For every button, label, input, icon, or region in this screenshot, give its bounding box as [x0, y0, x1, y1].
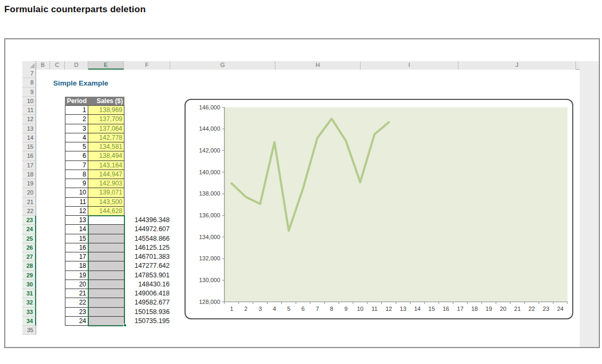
cleared-sales-cell[interactable] [88, 280, 124, 289]
row-header-14[interactable]: 14 [22, 133, 36, 142]
cleared-sales-cell[interactable] [88, 234, 124, 243]
period-cell[interactable]: 22 [65, 298, 88, 307]
column-header-G[interactable]: G [170, 61, 275, 70]
period-cell[interactable]: 5 [65, 142, 88, 151]
row-header-20[interactable]: 20 [22, 188, 36, 197]
cleared-sales-cell[interactable] [88, 308, 124, 317]
period-cell[interactable]: 9 [65, 179, 88, 188]
period-cell[interactable]: 10 [65, 188, 88, 197]
sales-cell[interactable]: 143,500 [88, 198, 124, 207]
row-header-17[interactable]: 17 [22, 161, 36, 170]
sales-cell[interactable]: 138,494 [88, 151, 124, 160]
column-header-J[interactable]: J [458, 61, 576, 70]
row-header-12[interactable]: 12 [22, 115, 36, 124]
sales-cell[interactable]: 134,581 [88, 142, 124, 151]
cleared-sales-cell[interactable] [88, 243, 124, 252]
section-title-cell[interactable]: Simple Example [53, 79, 108, 87]
table-header-sales[interactable]: Sales ($) [88, 97, 124, 106]
forecast-value[interactable]: 150158.936 [125, 308, 170, 317]
cleared-sales-cell[interactable] [88, 289, 124, 298]
column-header-C[interactable]: C [50, 61, 65, 70]
period-cell[interactable]: 16 [65, 243, 88, 252]
row-header-28[interactable]: 28 [22, 261, 36, 270]
period-cell[interactable]: 11 [65, 198, 88, 207]
row-header-33[interactable]: 33 [22, 308, 36, 317]
sales-cell[interactable]: 144,947 [88, 170, 124, 179]
select-all-corner[interactable] [22, 61, 36, 69]
sales-cell[interactable]: 137,709 [88, 115, 124, 124]
period-cell[interactable]: 15 [65, 234, 88, 243]
period-cell[interactable]: 23 [65, 308, 88, 317]
row-header-29[interactable]: 29 [22, 271, 36, 280]
sales-cell[interactable]: 137,064 [88, 124, 124, 133]
row-header-26[interactable]: 26 [22, 243, 36, 252]
column-header-I[interactable]: I [361, 61, 458, 70]
column-header-B[interactable]: B [36, 61, 50, 70]
period-cell[interactable]: 1 [65, 106, 88, 115]
period-cell[interactable]: 24 [65, 317, 88, 326]
period-cell[interactable]: 2 [65, 115, 88, 124]
sales-cell[interactable]: 144,628 [88, 207, 124, 216]
forecast-value[interactable]: 144396.348 [125, 216, 170, 225]
forecast-value[interactable]: 145548.866 [125, 234, 170, 243]
cleared-sales-cell[interactable] [88, 225, 124, 234]
period-cell[interactable]: 7 [65, 161, 88, 170]
forecast-value[interactable]: 149006.418 [125, 289, 170, 298]
forecast-value[interactable]: 149582.677 [125, 298, 170, 307]
forecast-value[interactable]: 147277.642 [125, 261, 170, 270]
row-header-7[interactable]: 7 [22, 69, 36, 78]
row-header-13[interactable]: 13 [22, 124, 36, 133]
row-header-30[interactable]: 30 [22, 280, 36, 289]
row-header-34[interactable]: 34 [22, 317, 36, 326]
sales-cell[interactable]: 138,969 [88, 106, 124, 115]
table-header-period[interactable]: Period [65, 97, 88, 106]
cleared-sales-cell[interactable] [88, 252, 124, 261]
fill-handle[interactable] [123, 324, 127, 327]
column-header-F[interactable]: F [124, 61, 170, 70]
row-header-21[interactable]: 21 [22, 198, 36, 207]
row-header-19[interactable]: 19 [22, 179, 36, 188]
cleared-sales-cell[interactable] [88, 298, 124, 307]
period-cell[interactable]: 13 [65, 216, 88, 225]
sales-cell[interactable]: 142,778 [88, 133, 124, 142]
period-cell[interactable]: 14 [65, 225, 88, 234]
forecast-value[interactable]: 150735.195 [125, 317, 170, 326]
row-header-22[interactable]: 22 [22, 207, 36, 216]
sales-cell[interactable]: 142,903 [88, 179, 124, 188]
row-header-15[interactable]: 15 [22, 142, 36, 151]
forecast-value[interactable]: 148430.16 [125, 280, 170, 289]
row-header-16[interactable]: 16 [22, 151, 36, 160]
row-header-35[interactable]: 35 [22, 326, 36, 335]
column-header-H[interactable]: H [275, 61, 361, 70]
cleared-sales-cell[interactable] [88, 317, 124, 326]
row-header-11[interactable]: 11 [22, 106, 36, 115]
row-header-32[interactable]: 32 [22, 298, 36, 307]
row-header-9[interactable]: 9 [22, 88, 36, 97]
row-header-24[interactable]: 24 [22, 225, 36, 234]
period-cell[interactable]: 21 [65, 289, 88, 298]
period-cell[interactable]: 4 [65, 133, 88, 142]
period-cell[interactable]: 17 [65, 252, 88, 261]
cleared-sales-cell[interactable] [88, 261, 124, 270]
period-cell[interactable]: 8 [65, 170, 88, 179]
row-header-31[interactable]: 31 [22, 289, 36, 298]
column-header-D[interactable]: D [65, 61, 88, 70]
cleared-sales-cell[interactable] [88, 271, 124, 280]
row-header-25[interactable]: 25 [22, 234, 36, 243]
row-header-27[interactable]: 27 [22, 252, 36, 261]
column-header-E[interactable]: E [88, 61, 124, 70]
row-header-10[interactable]: 10 [22, 97, 36, 106]
forecast-value[interactable]: 146125.125 [125, 243, 170, 252]
forecast-value[interactable]: 146701.383 [125, 252, 170, 261]
period-cell[interactable]: 3 [65, 124, 88, 133]
row-header-18[interactable]: 18 [22, 170, 36, 179]
forecast-value[interactable]: 147853.901 [125, 271, 170, 280]
cleared-sales-cell[interactable] [88, 216, 124, 225]
forecast-value[interactable]: 144972.607 [125, 225, 170, 234]
sales-cell[interactable]: 143,164 [88, 161, 124, 170]
sales-cell[interactable]: 139,071 [88, 188, 124, 197]
row-header-23[interactable]: 23 [22, 216, 36, 225]
period-cell[interactable]: 20 [65, 280, 88, 289]
period-cell[interactable]: 12 [65, 207, 88, 216]
period-cell[interactable]: 19 [65, 271, 88, 280]
